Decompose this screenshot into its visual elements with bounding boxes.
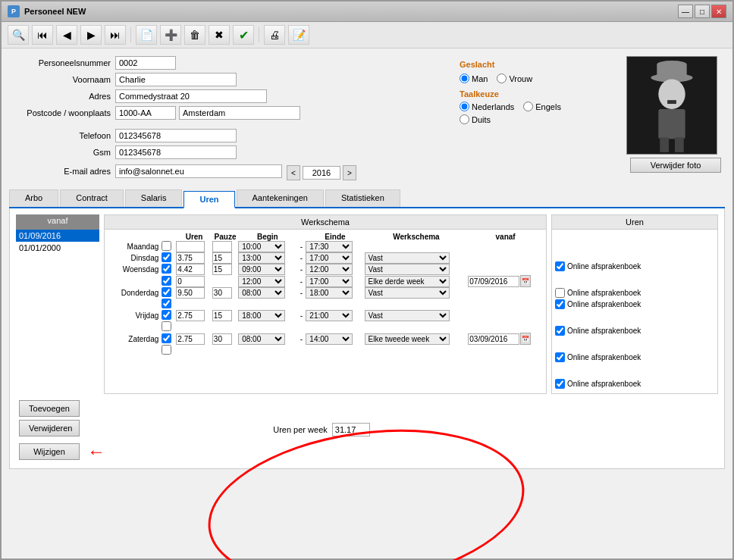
dinsdag-schema-select[interactable]: Vast	[365, 252, 450, 264]
zaterdag-schema-1-select[interactable]: Elke tweede week	[365, 333, 450, 345]
vrijdag-check-2[interactable]	[162, 321, 171, 331]
woensdag-check-1[interactable]	[162, 264, 171, 274]
remove-photo-button[interactable]: Verwijder foto	[630, 158, 721, 173]
woensdag-vanaf-2-calendar[interactable]: 📅	[520, 275, 531, 287]
online-donderdag-1-check[interactable]	[555, 326, 565, 336]
woensdag-uren-1[interactable]	[176, 264, 205, 275]
dinsdag-begin-select[interactable]: 13:00	[238, 252, 285, 264]
confirm-button[interactable]: ✔	[233, 25, 254, 45]
next-record-button[interactable]: ▶	[80, 25, 102, 45]
woensdag-einde-2-select[interactable]: 17:00	[306, 276, 353, 287]
tab-contract[interactable]: Contract	[60, 189, 124, 207]
woensdag-schema-2-select[interactable]: Elke derde week	[365, 276, 450, 287]
vrijdag-pauze-1[interactable]	[212, 310, 232, 321]
maandag-uren[interactable]	[176, 241, 205, 252]
zaterdag-einde-1-select[interactable]: 14:00	[306, 333, 353, 345]
lang-en-radio[interactable]	[523, 102, 533, 111]
last-record-button[interactable]: ⏭	[105, 25, 126, 45]
tab-aantekeningen[interactable]: Aantekeningen	[237, 189, 324, 207]
tab-salaris[interactable]: Salaris	[125, 189, 183, 207]
zaterdag-vanaf-1-calendar[interactable]: 📅	[520, 333, 531, 345]
woensdag-einde-1-select[interactable]: 12:00	[306, 264, 353, 275]
verwijderen-button[interactable]: Verwijderen	[19, 420, 80, 436]
lang-de-radio[interactable]	[460, 114, 469, 124]
date-item-2[interactable]: 01/01/2000	[16, 242, 99, 254]
woensdag-pauze-1[interactable]	[212, 264, 232, 275]
woonplaats-input[interactable]	[179, 106, 300, 120]
first-record-button[interactable]: ⏮	[32, 25, 53, 45]
report-button[interactable]: 📝	[288, 25, 309, 45]
wijzigen-button[interactable]: Wijzigen	[19, 443, 80, 460]
tab-uren[interactable]: Uren	[184, 191, 234, 208]
voornaam-input[interactable]	[115, 73, 237, 86]
online-zaterdag-1-check[interactable]	[555, 379, 565, 389]
woensdag-uren-2[interactable]	[176, 276, 205, 287]
prev-record-button[interactable]: ◀	[56, 25, 77, 45]
woensdag-check-2[interactable]	[162, 276, 171, 286]
tab-arbo[interactable]: Arbo	[9, 189, 58, 207]
toevoegen-button[interactable]: Toevoegen	[19, 400, 80, 417]
donderdag-check-2[interactable]	[162, 299, 171, 308]
donderdag-pauze-1[interactable]	[212, 287, 232, 299]
zaterdag-check-2[interactable]	[162, 345, 171, 355]
maximize-button[interactable]: □	[695, 5, 710, 18]
woensdag-begin-2-select[interactable]: 12:00	[238, 276, 285, 287]
dinsdag-check[interactable]	[162, 252, 171, 262]
postcode-input[interactable]	[115, 106, 176, 120]
tab-statistieken[interactable]: Statistieken	[325, 189, 400, 207]
vrijdag-einde-1-select[interactable]: 21:00	[306, 310, 353, 321]
vrijdag-begin-1-select[interactable]: 18:00	[238, 310, 285, 321]
cancel-button[interactable]: ✖	[209, 25, 230, 45]
online-woensdag-1-check[interactable]	[555, 288, 565, 298]
zaterdag-begin-1-select[interactable]: 08:00	[238, 333, 285, 345]
donderdag-schema-1-select[interactable]: Vast	[365, 287, 450, 299]
date-item-1[interactable]: 01/09/2016	[16, 230, 99, 242]
gender-vrouw-radio[interactable]	[497, 74, 507, 83]
online-vrijdag-1-check[interactable]	[555, 352, 565, 362]
print-button[interactable]: 🖨	[264, 25, 285, 45]
edit-button[interactable]: 📄	[136, 25, 157, 45]
delete-button[interactable]: 🗑	[184, 25, 205, 45]
woensdag-schema-1-select[interactable]: Vast	[365, 264, 450, 275]
day-col-header	[108, 233, 162, 241]
adres-input[interactable]	[115, 89, 267, 103]
donderdag-einde-1-select[interactable]: 18:00	[306, 287, 353, 299]
zaterdag-check-1[interactable]	[162, 333, 171, 343]
vrijdag-check-1[interactable]	[162, 310, 171, 320]
woensdag-begin-1-select[interactable]: 09:00	[238, 264, 285, 275]
year-next-button[interactable]: >	[343, 165, 356, 180]
zaterdag-pauze-1[interactable]	[212, 333, 232, 345]
zaterdag-uren-1[interactable]	[176, 333, 205, 345]
minimize-button[interactable]: —	[678, 5, 693, 18]
vrijdag-schema-1-select[interactable]: Vast	[365, 310, 450, 321]
lang-nl-radio[interactable]	[460, 102, 469, 111]
online-dinsdag-check[interactable]	[555, 261, 565, 271]
year-input[interactable]	[303, 166, 340, 180]
woensdag-vanaf-2[interactable]	[468, 276, 519, 287]
search-tool-button[interactable]: 🔍	[8, 25, 29, 45]
zaterdag-vanaf-1[interactable]	[468, 333, 519, 345]
donderdag-check-1[interactable]	[162, 287, 171, 297]
uren-per-week-value[interactable]	[332, 423, 370, 436]
dinsdag-einde-select[interactable]: 17:00	[306, 252, 353, 264]
donderdag-begin-1-select[interactable]: 08:00	[238, 287, 285, 299]
maandag-check[interactable]	[162, 241, 171, 251]
add-button[interactable]: ➕	[160, 25, 181, 45]
maandag-begin-select[interactable]: 10:00	[238, 241, 285, 252]
email-input[interactable]	[115, 164, 282, 178]
close-button[interactable]: ✕	[711, 5, 726, 18]
maandag-einde-select[interactable]: 17:30	[306, 241, 353, 252]
online-woensdag-2-check[interactable]	[555, 299, 565, 309]
gsm-input[interactable]	[115, 145, 237, 159]
dinsdag-pauze[interactable]	[212, 252, 232, 264]
year-prev-button[interactable]: <	[287, 165, 300, 180]
personeelsnummer-input[interactable]	[115, 56, 176, 70]
gender-man-radio[interactable]	[460, 74, 469, 83]
vrijdag-uren-1[interactable]	[176, 310, 205, 321]
maandag-pauze[interactable]	[212, 241, 232, 252]
lang-de-item: Duits	[460, 114, 491, 124]
dinsdag-uren[interactable]	[176, 252, 205, 264]
telefoon-input[interactable]	[115, 129, 237, 142]
donderdag-uren-1[interactable]	[176, 287, 205, 299]
gender-radio-row: Man Vrouw	[460, 74, 611, 83]
